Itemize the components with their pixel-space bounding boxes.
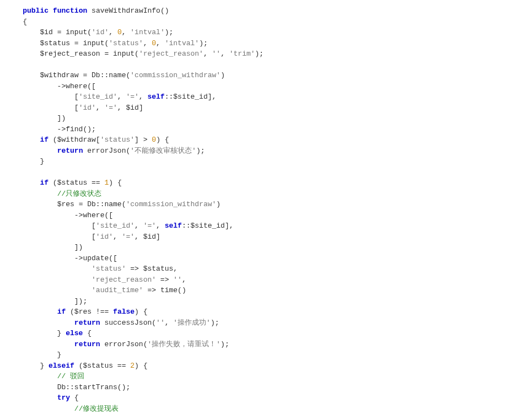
input-fn: input [83,39,104,47]
var-status: $status [143,265,174,273]
num: 0 [117,28,122,36]
code-block: public function saveWithdrawInfo() { $id… [6,6,526,414]
str-intval: 'intval' [165,39,199,47]
name-method: name [109,71,126,79]
str-siteid: 'site_id' [79,93,117,101]
var-res: $res [57,200,74,208]
str-audit-key: 'audit_time' [92,286,143,294]
kw-public: public [23,7,49,15]
prop-siteid: $site_id [173,93,207,101]
where-method: where [66,82,87,90]
kw-return: return [74,319,100,327]
str-status: 'status' [100,136,135,144]
fn-name: saveWithdrawInfo [92,7,160,15]
var-status: $status [40,39,70,47]
comment-2: // 驳回 [57,372,84,380]
kw-function: function [53,7,87,15]
str-err1: '不能修改审核状态' [130,147,196,155]
kw-if: if [40,136,49,144]
var-status: $status [57,179,88,187]
update-method: update [83,254,109,262]
comment-3: //修改提现表 [74,405,119,413]
successjson-fn: successJson [104,319,152,327]
str-reject: 'reject_reason' [139,50,203,58]
db-class: Db [92,71,100,79]
str-success: '操作成功' [173,319,211,327]
num: 0 [152,136,156,144]
num: 1 [104,179,109,187]
kw-if: if [57,308,66,316]
str-empty: '' [173,276,182,284]
str-id: 'id' [79,104,96,112]
var-res: $res [74,308,92,316]
errorjson-fn: errorJson [87,147,126,155]
db-class: Db [57,383,66,391]
str-status-key: 'status' [92,265,126,273]
time-fn: time [160,286,178,294]
str-eq: '=' [104,104,117,112]
prop-siteid: $site_id [191,222,225,230]
find-method: find [66,125,83,133]
str-id: 'id' [92,28,109,36]
var-id: $id [126,104,138,112]
str-empty: '' [156,319,165,327]
kw-else: else [66,329,83,337]
kw-false: false [113,308,135,316]
str-eq: '=' [122,233,135,241]
kw-self: self [165,222,182,230]
kw-return: return [74,340,100,348]
str-cw: 'commission_withdraw' [126,200,217,208]
str-fail: '操作失败，请重试！' [147,340,221,348]
num: 0 [152,39,156,47]
var-reject: $reject_reason [40,50,100,58]
str-status: 'status' [109,39,143,47]
kw-self: self [147,93,164,101]
str-intval: 'intval' [130,28,164,36]
kw-if: if [40,179,49,187]
str-siteid: 'site_id' [96,222,135,230]
str-eq: '=' [126,93,138,101]
str-eq: '=' [143,222,156,230]
input-fn: input [113,50,135,58]
errorjson-fn: errorJson [104,340,143,348]
starttrans-method: startTrans [74,383,117,391]
comment-1: //只修改状态 [57,190,102,198]
kw-try: try [57,394,70,402]
name-method: name [104,200,121,208]
var-status: $status [83,362,113,370]
num: 2 [130,362,135,370]
str-empty: '' [212,50,221,58]
kw-elseif: elseif [49,362,74,370]
var-withdraw: $withdraw [57,136,96,144]
str-id: 'id' [96,233,113,241]
str-cw: 'commission_withdraw' [130,71,221,79]
str-trim: 'trim' [229,50,255,58]
var-withdraw: $withdraw [40,71,78,79]
var-id: $id [143,233,156,241]
var-id: $id [40,28,52,36]
str-reject-key: 'reject_reason' [92,276,156,284]
input-fn: input [66,28,87,36]
where-method: where [83,211,104,219]
kw-return: return [57,147,83,155]
db-class: Db [87,200,96,208]
